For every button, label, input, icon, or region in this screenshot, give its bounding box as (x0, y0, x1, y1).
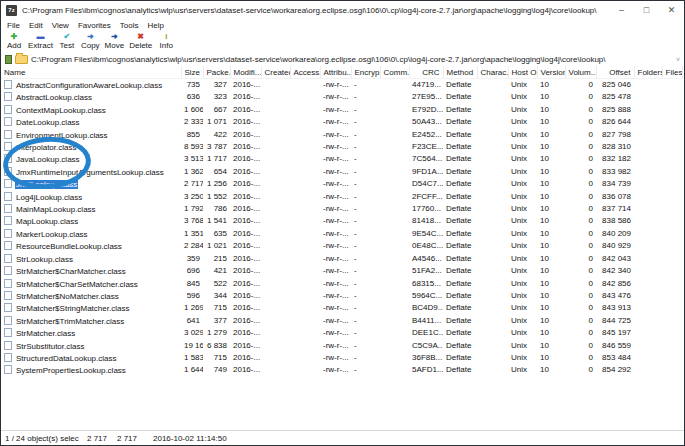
menu-item-tools[interactable]: Tools (120, 21, 139, 30)
column-header-crc[interactable]: CRC (409, 66, 443, 79)
cell-host-os: Unix (508, 327, 537, 339)
cell-packe: 1 541 (203, 215, 230, 227)
table-row[interactable]: DateLookup.class2 3331 0712016-...-rw-r-… (1, 116, 682, 128)
cell-size: 696 (181, 265, 203, 277)
table-row[interactable]: JavaLookup.class3 5131 7172016-...-rw-r-… (1, 153, 682, 165)
cell-charac (477, 203, 508, 215)
table-row[interactable]: StrLookup.class3592152016-...-rw-r-...-A… (1, 253, 682, 265)
cell-created (261, 191, 290, 203)
cell-crc: 5AFD1... (409, 364, 443, 376)
toolbar-button-extract[interactable]: ▬Extract (28, 32, 53, 50)
cell-files (662, 91, 682, 103)
cell-created (261, 79, 290, 92)
table-row[interactable]: EnvironmentLookup.class8554222016-...-rw… (1, 129, 682, 141)
column-header-host-os[interactable]: Host OS (508, 66, 537, 79)
cell-encryp: - (351, 141, 380, 153)
table-row[interactable]: StrMatcher$CharSetMatcher.class845522201… (1, 278, 682, 290)
cell-created (261, 166, 290, 178)
toolbar-button-delete[interactable]: ✖Delete (129, 32, 152, 50)
cell-attribu: -rw-r-... (320, 166, 351, 178)
table-row[interactable]: Interpolator.class8 5933 7872016-...-rw-… (1, 141, 682, 153)
column-header-row: NameSizePacke...Modifi...CreatedAccess..… (1, 66, 682, 79)
column-header-modifi[interactable]: Modifi... (230, 66, 261, 79)
column-header-name[interactable]: Name (1, 66, 181, 79)
column-header-volum[interactable]: Volum... (565, 66, 596, 79)
maximize-button[interactable]: □ (634, 1, 659, 19)
table-row[interactable]: StrMatcher$CharMatcher.class6964212016-.… (1, 265, 682, 277)
column-header-version[interactable]: Version (537, 66, 565, 79)
menu-item-file[interactable]: File (7, 21, 20, 30)
cell-created (261, 153, 290, 165)
cell-charac (477, 178, 508, 190)
toolbar-button-info[interactable]: iInfo (157, 32, 175, 50)
table-row[interactable]: SystemPropertiesLookup.class1 6447492016… (1, 364, 682, 376)
table-row[interactable]: Log4jLookup.class3 2501 5522016-...-rw-r… (1, 191, 682, 203)
info-icon: i (165, 32, 167, 41)
file-icon (4, 241, 12, 250)
cell-charac (477, 215, 508, 227)
column-header-encryp[interactable]: Encryp... (351, 66, 380, 79)
file-rows: AbstractConfigurationAwareLookup.class73… (1, 79, 682, 377)
table-row[interactable]: StrMatcher$StringMatcher.class1 26971520… (1, 302, 682, 314)
cell-comm (380, 315, 409, 327)
table-row[interactable]: AbstractLookup.class6363232016-...-rw-r-… (1, 91, 682, 103)
cell-encryp: - (351, 364, 380, 376)
table-row[interactable]: StrSubstitutor.class19 1616 8382016-...-… (1, 340, 682, 352)
table-row[interactable]: JndiLookup.class2 7171 2562016-...-rw-r-… (1, 178, 682, 190)
file-icon (4, 216, 12, 225)
cell-name: MainMapLookup.class (1, 203, 181, 215)
cell-modifi: 2016-... (230, 215, 261, 227)
toolbar-button-add[interactable]: ✚Add (5, 32, 23, 50)
column-header-packe[interactable]: Packe... (203, 66, 230, 79)
file-icon (4, 316, 12, 325)
cell-packe: 667 (203, 104, 230, 116)
column-header-attribu[interactable]: Attribu... (320, 66, 351, 79)
table-row[interactable]: AbstractConfigurationAwareLookup.class73… (1, 79, 682, 92)
cell-packe: 323 (203, 91, 230, 103)
cell-encryp: - (351, 191, 380, 203)
file-icon (4, 328, 12, 337)
cell-modifi: 2016-... (230, 240, 261, 252)
chevron-down-icon[interactable]: ˅ (676, 56, 680, 63)
column-header-charac[interactable]: Charac... (477, 66, 508, 79)
menu-item-view[interactable]: View (52, 21, 69, 30)
table-row[interactable]: StrMatcher.class3 0291 2792016-...-rw-r-… (1, 327, 682, 339)
table-row[interactable]: StrMatcher$NoMatcher.class5963442016-...… (1, 290, 682, 302)
table-row[interactable]: MapLookup.class3 7681 5412016-...-rw-r-.… (1, 215, 682, 227)
close-button[interactable]: ✕ (659, 1, 684, 19)
file-icon (4, 204, 12, 213)
table-row[interactable]: StructuredDataLookup.class1 5837152016-.… (1, 352, 682, 364)
column-header-comm[interactable]: Comm... (380, 66, 409, 79)
column-header-access[interactable]: Access... (290, 66, 320, 79)
file-list: NameSizePacke...Modifi...CreatedAccess..… (1, 66, 684, 430)
cell-method: Deflate (443, 91, 477, 103)
cell-volum: 0 (565, 203, 596, 215)
cell-version: 10 (537, 116, 565, 128)
column-header-method[interactable]: Method (443, 66, 477, 79)
table-row[interactable]: JmxRuntimeInputArgumentsLookup.class1 36… (1, 166, 682, 178)
toolbar-button-test[interactable]: ✔Test (58, 32, 76, 50)
menu-item-edit[interactable]: Edit (29, 21, 43, 30)
toolbar-button-copy[interactable]: ➜Copy (81, 32, 100, 50)
table-row[interactable]: MarkerLookup.class1 3516352016-...-rw-r-… (1, 228, 682, 240)
cell-name: StructuredDataLookup.class (1, 352, 181, 364)
column-header-created[interactable]: Created (261, 66, 290, 79)
menu-item-help[interactable]: Help (147, 21, 163, 30)
minimize-button[interactable]: – (609, 1, 634, 19)
status-bar: 1 / 24 object(s) selec 2 717 2 717 2016-… (1, 430, 684, 445)
cell-created (261, 240, 290, 252)
toolbar-button-move[interactable]: ➜Move (105, 32, 125, 50)
column-header-files[interactable]: Files (662, 66, 682, 79)
table-row[interactable]: MainMapLookup.class1 7927862016-...-rw-r… (1, 203, 682, 215)
column-header-size[interactable]: Size (181, 66, 203, 79)
cell-charac (477, 129, 508, 141)
address-path-input[interactable]: C:\Program Files\ibm\cognos\analytics\wl… (31, 55, 673, 64)
cell-method: Deflate (443, 253, 477, 265)
table-row[interactable]: ContextMapLookup.class1 6066672016-...-r… (1, 104, 682, 116)
table-row[interactable]: ResourceBundleLookup.class2 2841 0212016… (1, 240, 682, 252)
table-row[interactable]: StrMatcher$TrimMatcher.class6413772016-.… (1, 315, 682, 327)
menu-item-favorites[interactable]: Favorites (78, 21, 111, 30)
column-header-offset[interactable]: Offset (596, 66, 634, 79)
column-header-folders[interactable]: Folders (634, 66, 662, 79)
cell-volum: 0 (565, 315, 596, 327)
